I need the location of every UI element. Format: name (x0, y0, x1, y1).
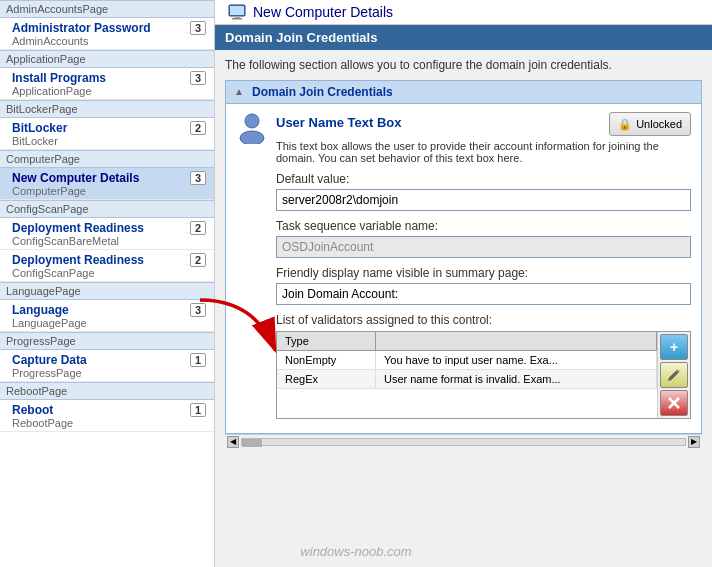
sidebar-item-title: Deployment Readiness2 (12, 221, 206, 235)
col-type: Type (277, 332, 375, 351)
default-value-input[interactable] (276, 189, 691, 211)
sidebar-item-title: Reboot1 (12, 403, 206, 417)
collapsible-header[interactable]: ▲ Domain Join Credentials (226, 81, 701, 104)
scroll-track[interactable] (241, 438, 686, 446)
computer-icon (227, 2, 247, 22)
validator-type: RegEx (277, 370, 375, 389)
edit-validator-button[interactable] (660, 362, 688, 388)
svg-rect-3 (230, 6, 244, 15)
unlock-label: Unlocked (636, 118, 682, 130)
sidebar-item-subtitle: ConfigScanBareMetal (12, 235, 206, 247)
validators-table: Type NonEmptyYou have to input user name… (277, 332, 657, 389)
sidebar-item-title: Capture Data1 (12, 353, 206, 367)
sidebar-badge: 2 (190, 121, 206, 135)
pencil-icon (667, 368, 681, 382)
validators-table-wrap: Type NonEmptyYou have to input user name… (277, 332, 657, 418)
svg-point-5 (240, 131, 264, 144)
friendly-name-input[interactable] (276, 283, 691, 305)
sidebar-badge: 2 (190, 221, 206, 235)
sidebar-section-ConfigScanPage: ConfigScanPage (0, 200, 214, 218)
scroll-thumb[interactable] (242, 439, 262, 447)
sidebar-item[interactable]: BitLocker2BitLocker (0, 118, 214, 150)
collapse-arrow-icon: ▲ (234, 86, 246, 98)
sidebar-item-subtitle: ConfigScanPage (12, 267, 206, 279)
sidebar-section-ProgressPage: ProgressPage (0, 332, 214, 350)
sidebar-item-name: Reboot (12, 403, 53, 417)
svg-rect-2 (232, 18, 242, 20)
delete-validator-button[interactable] (660, 390, 688, 416)
svg-point-4 (245, 114, 259, 128)
add-validator-button[interactable]: + (660, 334, 688, 360)
horizontal-scrollbar[interactable]: ◀ ▶ (225, 434, 702, 448)
sidebar-badge: 3 (190, 21, 206, 35)
sidebar: AdminAccountsPageAdministrator Password3… (0, 0, 215, 567)
sidebar-item-name: Language (12, 303, 69, 317)
unlock-button[interactable]: 🔒 Unlocked (609, 112, 691, 136)
sidebar-item-subtitle: RebootPage (12, 417, 206, 429)
sidebar-section-BitLockerPage: BitLockerPage (0, 100, 214, 118)
sidebar-item-name: Deployment Readiness (12, 253, 144, 267)
sidebar-item-title: Deployment Readiness2 (12, 253, 206, 267)
task-sequence-label: Task sequence variable name: (276, 219, 691, 233)
collapsible-body: User Name Text Box 🔒 Unlocked This text … (226, 104, 701, 433)
sidebar-badge: 3 (190, 303, 206, 317)
sidebar-item-subtitle: ProgressPage (12, 367, 206, 379)
default-value-label: Default value: (276, 172, 691, 186)
sidebar-item-title: Administrator Password3 (12, 21, 206, 35)
control-row: User Name Text Box 🔒 Unlocked This text … (236, 112, 691, 419)
collapsible-section: ▲ Domain Join Credentials User Name Text… (225, 80, 702, 434)
control-title: User Name Text Box (276, 115, 401, 130)
sidebar-section-RebootPage: RebootPage (0, 382, 214, 400)
sidebar-item-name: BitLocker (12, 121, 67, 135)
action-buttons: + (657, 332, 690, 418)
sidebar-item-name: Deployment Readiness (12, 221, 144, 235)
control-description: This text box allows the user to provide… (276, 140, 691, 164)
sidebar-badge: 3 (190, 71, 206, 85)
task-sequence-input (276, 236, 691, 258)
sidebar-item-title: Language3 (12, 303, 206, 317)
page-title-bar: New Computer Details (215, 0, 712, 25)
table-row[interactable]: RegExUser name format is invalid. Exam..… (277, 370, 657, 389)
sidebar-item[interactable]: Language3LanguagePage (0, 300, 214, 332)
sidebar-item[interactable]: New Computer Details3ComputerPage (0, 168, 214, 200)
sidebar-section-ComputerPage: ComputerPage (0, 150, 214, 168)
sidebar-section-LanguagePage: LanguagePage (0, 282, 214, 300)
sidebar-item-name: Administrator Password (12, 21, 151, 35)
sidebar-item[interactable]: Reboot1RebootPage (0, 400, 214, 432)
main-content: New Computer Details Domain Join Credent… (215, 0, 712, 567)
sidebar-badge: 2 (190, 253, 206, 267)
sidebar-badge: 3 (190, 171, 206, 185)
table-row[interactable]: NonEmptyYou have to input user name. Exa… (277, 351, 657, 370)
description: The following section allows you to conf… (225, 58, 702, 72)
content-area: The following section allows you to conf… (215, 50, 712, 567)
page-title: New Computer Details (253, 4, 393, 20)
x-icon (667, 396, 681, 410)
sidebar-item-name: Capture Data (12, 353, 87, 367)
control-info: User Name Text Box 🔒 Unlocked This text … (276, 112, 691, 419)
collapsible-label: Domain Join Credentials (252, 85, 393, 99)
scroll-right-arrow[interactable]: ▶ (688, 436, 700, 448)
sidebar-item-subtitle: BitLocker (12, 135, 206, 147)
sidebar-item-subtitle: LanguagePage (12, 317, 206, 329)
sidebar-item-title: BitLocker2 (12, 121, 206, 135)
svg-rect-1 (234, 16, 240, 18)
validator-description: User name format is invalid. Exam... (375, 370, 656, 389)
sidebar-item[interactable]: Administrator Password3AdminAccounts (0, 18, 214, 50)
scroll-left-arrow[interactable]: ◀ (227, 436, 239, 448)
sidebar-item-title: New Computer Details3 (12, 171, 206, 185)
sidebar-item-name: Install Programs (12, 71, 106, 85)
validators-label: List of validators assigned to this cont… (276, 313, 691, 327)
sidebar-item[interactable]: Install Programs3ApplicationPage (0, 68, 214, 100)
sidebar-item[interactable]: Capture Data1ProgressPage (0, 350, 214, 382)
sidebar-item[interactable]: Deployment Readiness2ConfigScanBareMetal (0, 218, 214, 250)
sidebar-item[interactable]: Deployment Readiness2ConfigScanPage (0, 250, 214, 282)
col-desc (375, 332, 656, 351)
section-header: Domain Join Credentials (215, 25, 712, 50)
sidebar-section-AdminAccountsPage: AdminAccountsPage (0, 0, 214, 18)
sidebar-section-ApplicationPage: ApplicationPage (0, 50, 214, 68)
sidebar-badge: 1 (190, 403, 206, 417)
sidebar-item-subtitle: ApplicationPage (12, 85, 206, 97)
validator-type: NonEmpty (277, 351, 375, 370)
validator-description: You have to input user name. Exa... (375, 351, 656, 370)
sidebar-item-title: Install Programs3 (12, 71, 206, 85)
